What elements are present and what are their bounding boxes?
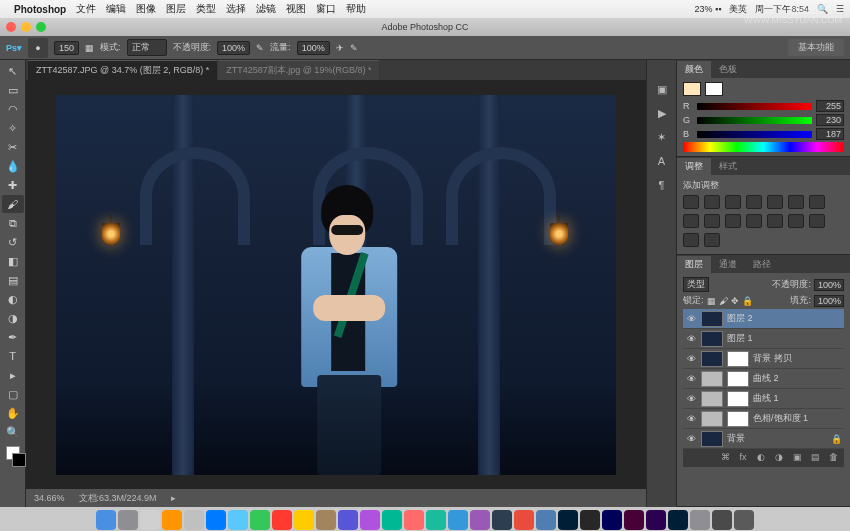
brightness-adjust-icon[interactable]	[683, 195, 699, 209]
status-arrow-icon[interactable]: ▸	[171, 493, 176, 503]
document-tab-active[interactable]: ZTT42587.JPG @ 34.7% (图层 2, RGB/8) *	[28, 60, 217, 80]
dock-app-icon[interactable]	[272, 510, 292, 530]
brush-panel-toggle-icon[interactable]: ▦	[85, 43, 94, 53]
lock-pixels-icon[interactable]: 🖌	[719, 296, 728, 306]
menu-view[interactable]: 视图	[286, 2, 306, 16]
airbrush-icon[interactable]: ✈	[336, 43, 344, 53]
visibility-icon[interactable]: 👁	[685, 334, 697, 344]
layer-row[interactable]: 👁 背景 🔒	[683, 429, 844, 449]
channel-mixer-adjust-icon[interactable]	[725, 214, 741, 228]
dock-app-icon[interactable]	[140, 510, 160, 530]
link-layers-icon[interactable]: ⌘	[718, 452, 732, 464]
zoom-button[interactable]	[36, 22, 46, 32]
dock-app-icon[interactable]	[294, 510, 314, 530]
dock-app-icon[interactable]	[492, 510, 512, 530]
dock-app-icon[interactable]	[162, 510, 182, 530]
color-lookup-adjust-icon[interactable]	[746, 214, 762, 228]
layer-filter-kind[interactable]: 类型	[683, 277, 709, 292]
visibility-icon[interactable]: 👁	[685, 314, 697, 324]
dock-app-icon[interactable]	[690, 510, 710, 530]
dock-app-icon[interactable]	[338, 510, 358, 530]
pen-tool-icon[interactable]: ✒	[2, 328, 24, 346]
fx-icon[interactable]: fx	[736, 452, 750, 464]
fill-field[interactable]: 100%	[814, 295, 844, 307]
dock-app-icon[interactable]	[668, 510, 688, 530]
dock-app-icon[interactable]	[514, 510, 534, 530]
lock-position-icon[interactable]: ✥	[731, 296, 739, 306]
dock-app-icon[interactable]	[448, 510, 468, 530]
mask-icon[interactable]: ◐	[754, 452, 768, 464]
bg-color-swatch[interactable]	[705, 82, 723, 96]
brush-presets-panel-icon[interactable]: ✶	[652, 128, 672, 146]
eraser-tool-icon[interactable]: ◧	[2, 252, 24, 270]
r-slider[interactable]	[697, 103, 812, 110]
layer-row[interactable]: 👁 曲线 2	[683, 369, 844, 389]
posterize-adjust-icon[interactable]	[788, 214, 804, 228]
dock-app-icon[interactable]	[470, 510, 490, 530]
dock-app-icon[interactable]	[316, 510, 336, 530]
new-group-icon[interactable]: ▣	[790, 452, 804, 464]
menu-layer[interactable]: 图层	[166, 2, 186, 16]
actions-panel-icon[interactable]: ▶	[652, 104, 672, 122]
lasso-tool-icon[interactable]: ◠	[2, 100, 24, 118]
vibrance-adjust-icon[interactable]	[767, 195, 783, 209]
dock-app-icon[interactable]	[580, 510, 600, 530]
dock-app-icon[interactable]	[360, 510, 380, 530]
layer-row[interactable]: 👁 曲线 1	[683, 389, 844, 409]
tab-color[interactable]: 颜色	[677, 61, 711, 78]
workspace-switcher[interactable]: 基本功能	[788, 39, 844, 56]
dock-app-icon[interactable]	[206, 510, 226, 530]
tab-paths[interactable]: 路径	[745, 256, 779, 273]
zoom-tool-icon[interactable]: 🔍	[2, 423, 24, 441]
brush-size-field[interactable]: 150	[54, 41, 79, 55]
visibility-icon[interactable]: 👁	[685, 354, 697, 364]
invert-adjust-icon[interactable]	[767, 214, 783, 228]
g-slider[interactable]	[697, 117, 812, 124]
gradient-tool-icon[interactable]: ▤	[2, 271, 24, 289]
layer-row[interactable]: 👁 色相/饱和度 1	[683, 409, 844, 429]
background-swatch[interactable]	[12, 453, 26, 467]
dock-app-icon[interactable]	[624, 510, 644, 530]
menu-select[interactable]: 选择	[226, 2, 246, 16]
layer-row[interactable]: 👁 图层 1	[683, 329, 844, 349]
doc-size[interactable]: 文档:63.3M/224.9M	[79, 492, 157, 505]
visibility-icon[interactable]: 👁	[685, 374, 697, 384]
document-tab[interactable]: ZTT42587副本.jpg @ 19%(RGB/8) *	[218, 60, 379, 80]
dock-app-icon[interactable]	[712, 510, 732, 530]
dock-app-icon[interactable]	[426, 510, 446, 530]
selective-color-adjust-icon[interactable]	[704, 233, 720, 247]
history-panel-icon[interactable]: ▣	[652, 80, 672, 98]
shape-tool-icon[interactable]: ▢	[2, 385, 24, 403]
menu-window[interactable]: 窗口	[316, 2, 336, 16]
lock-transparent-icon[interactable]: ▦	[707, 296, 716, 306]
type-tool-icon[interactable]: T	[2, 347, 24, 365]
dock-app-icon[interactable]	[382, 510, 402, 530]
marquee-tool-icon[interactable]: ▭	[2, 81, 24, 99]
tablet-pressure-icon[interactable]: ✎	[350, 43, 358, 53]
new-layer-icon[interactable]: ▤	[808, 452, 822, 464]
tab-adjust[interactable]: 调整	[677, 158, 711, 175]
ps-app-icon[interactable]: Ps▾	[6, 43, 22, 53]
layer-row[interactable]: 👁 背景 拷贝	[683, 349, 844, 369]
dock-app-icon[interactable]	[646, 510, 666, 530]
visibility-icon[interactable]: 👁	[685, 414, 697, 424]
fg-color-swatch[interactable]	[683, 82, 701, 96]
dock-app-icon[interactable]	[536, 510, 556, 530]
exposure-adjust-icon[interactable]	[746, 195, 762, 209]
brush-tool-icon[interactable]: 🖌	[2, 195, 24, 213]
canvas[interactable]	[26, 80, 646, 489]
visibility-icon[interactable]: 👁	[685, 394, 697, 404]
battery-indicator[interactable]: 23% ▪▪	[695, 4, 722, 14]
menu-app[interactable]: Photoshop	[14, 4, 66, 15]
dock-app-icon[interactable]	[184, 510, 204, 530]
dodge-tool-icon[interactable]: ◑	[2, 309, 24, 327]
tab-channels[interactable]: 通道	[711, 256, 745, 273]
visibility-icon[interactable]: 👁	[685, 434, 697, 444]
color-balance-adjust-icon[interactable]	[809, 195, 825, 209]
opacity-pressure-icon[interactable]: ✎	[256, 43, 264, 53]
dock-app-icon[interactable]	[96, 510, 116, 530]
hue-ramp[interactable]	[683, 142, 844, 152]
lock-all-icon[interactable]: 🔒	[742, 296, 753, 306]
tab-swatches[interactable]: 色板	[711, 61, 745, 78]
paragraph-panel-icon[interactable]: ¶	[652, 176, 672, 194]
